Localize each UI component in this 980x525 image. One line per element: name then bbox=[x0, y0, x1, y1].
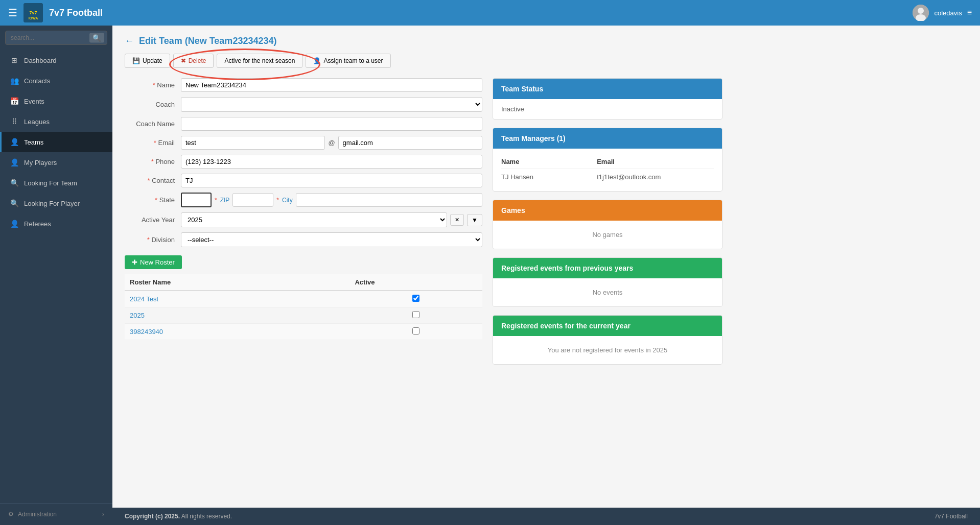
my-players-icon: 👤 bbox=[10, 158, 19, 166]
sidebar-item-label: Leagues bbox=[24, 118, 50, 126]
main-layout: 🔍 ⊞ Dashboard 👥 Contacts 📅 Events ⠿ Leag… bbox=[0, 26, 980, 525]
active-year-group: 2025 ✕ ▼ bbox=[181, 212, 482, 227]
sidebar-item-contacts[interactable]: 👥 Contacts bbox=[0, 70, 112, 91]
administration-label: Administration bbox=[18, 511, 57, 518]
roster-active-checkbox[interactable] bbox=[412, 295, 419, 302]
no-current-events-text: You are not registered for events in 202… bbox=[501, 342, 714, 358]
active-year-row: Active Year 2025 ✕ ▼ bbox=[125, 212, 482, 227]
email-domain-input[interactable] bbox=[338, 136, 482, 150]
coach-name-label: Coach Name bbox=[125, 120, 181, 128]
teams-icon: 👤 bbox=[10, 138, 19, 146]
roster-active-checkbox[interactable] bbox=[412, 311, 419, 318]
sidebar-item-looking-for-player[interactable]: 🔍 Looking For Player bbox=[0, 193, 112, 213]
sidebar-item-dashboard[interactable]: ⊞ Dashboard bbox=[0, 50, 112, 70]
team-status-value: Inactive bbox=[501, 105, 524, 113]
sidebar-item-label: My Players bbox=[24, 159, 57, 166]
new-roster-button[interactable]: ✚ New Roster bbox=[125, 255, 182, 269]
games-header: Games bbox=[493, 200, 722, 221]
svg-text:7v7: 7v7 bbox=[29, 10, 37, 15]
roster-name-link[interactable]: 398243940 bbox=[130, 328, 163, 336]
sidebar-item-referees[interactable]: 👤 Referees bbox=[0, 213, 112, 234]
sidebar-item-my-players[interactable]: 👤 My Players bbox=[0, 152, 112, 173]
name-input[interactable] bbox=[181, 78, 482, 92]
phone-label: * Phone bbox=[125, 158, 181, 165]
name-row: * Name bbox=[125, 78, 482, 92]
sidebar-item-label: Dashboard bbox=[24, 57, 57, 64]
dashboard-icon: ⊞ bbox=[10, 56, 19, 64]
events-icon: 📅 bbox=[10, 97, 19, 105]
delete-icon: ✖ bbox=[181, 57, 186, 64]
email-row: * Email @ bbox=[125, 136, 482, 150]
administration-icon: ⚙ bbox=[8, 511, 14, 518]
state-zip-city-group: * ZIP * City bbox=[181, 193, 482, 207]
contact-input[interactable] bbox=[181, 174, 482, 187]
hamburger-icon[interactable]: ☰ bbox=[8, 7, 17, 19]
assign-button[interactable]: 👤 Assign team to a user bbox=[306, 54, 390, 68]
content-inner: ← Edit Team (New Team23234234) 💾 Update … bbox=[112, 26, 980, 508]
active-label: Active for the next season bbox=[224, 57, 295, 64]
sidebar-item-leagues[interactable]: ⠿ Leagues bbox=[0, 111, 112, 132]
footer-copyright: Copyright (c) 2025. bbox=[125, 513, 180, 520]
page-title: Edit Team (New Team23234234) bbox=[139, 36, 276, 46]
sidebar-item-teams[interactable]: 👤 Teams bbox=[0, 132, 112, 152]
email-input-group: @ bbox=[181, 136, 482, 150]
year-dropdown-button[interactable]: ▼ bbox=[467, 214, 482, 226]
required-star2: * bbox=[154, 139, 156, 147]
chevron-icon: › bbox=[102, 511, 104, 518]
state-input[interactable] bbox=[181, 193, 212, 207]
side-section: Team Status Inactive Team Managers (1) bbox=[493, 78, 722, 373]
sidebar-item-administration[interactable]: ⚙ Administration › bbox=[0, 503, 112, 525]
user-menu-icon[interactable]: ≡ bbox=[967, 8, 972, 17]
email-input[interactable] bbox=[181, 136, 325, 150]
city-text-label: City bbox=[282, 197, 293, 204]
assign-label: Assign team to a user bbox=[323, 57, 383, 64]
email-label: * Email bbox=[125, 139, 181, 147]
team-managers-body: Name Email TJ Hansen t1j1test@outlook.co… bbox=[493, 149, 722, 191]
footer-rights: All rights reserved. bbox=[181, 513, 232, 520]
page-header: ← Edit Team (New Team23234234) bbox=[125, 36, 968, 46]
active-year-label: Active Year bbox=[125, 216, 181, 224]
sidebar-item-label: Teams bbox=[24, 138, 43, 146]
svg-text:IOWA: IOWA bbox=[29, 16, 38, 20]
division-select[interactable]: --select-- bbox=[181, 232, 482, 247]
search-button[interactable]: 🔍 bbox=[89, 33, 104, 43]
roster-section: ✚ New Roster Roster Name Active bbox=[125, 255, 482, 340]
roster-name-col-header: Roster Name bbox=[125, 274, 349, 291]
roster-name-link[interactable]: 2025 bbox=[130, 312, 145, 319]
sidebar-search-area: 🔍 bbox=[0, 26, 112, 50]
year-clear-button[interactable]: ✕ bbox=[450, 214, 464, 226]
phone-input[interactable] bbox=[181, 155, 482, 169]
team-status-panel: Team Status Inactive bbox=[493, 78, 722, 120]
delete-button[interactable]: ✖ Delete bbox=[173, 54, 214, 68]
prev-events-body: No events bbox=[493, 278, 722, 306]
search-row: 🔍 bbox=[5, 31, 107, 45]
phone-row: * Phone bbox=[125, 155, 482, 169]
roster-name-link[interactable]: 2024 Test bbox=[130, 295, 158, 303]
assign-icon: 👤 bbox=[313, 57, 321, 64]
roster-active-checkbox[interactable] bbox=[412, 327, 419, 335]
navbar: ☰ 7v7 IOWA 7v7 Football coledavis ≡ bbox=[0, 0, 980, 26]
manager-email: t1j1test@outlook.com bbox=[597, 169, 714, 185]
zip-input[interactable] bbox=[232, 193, 273, 207]
sidebar-item-looking-for-team[interactable]: 🔍 Looking For Team bbox=[0, 173, 112, 193]
form-section: * Name Coach Coach Name bbox=[125, 78, 482, 373]
current-events-panel: Registered events for the current year Y… bbox=[493, 315, 722, 365]
games-body: No games bbox=[493, 221, 722, 249]
username: coledavis bbox=[934, 9, 962, 17]
coach-name-input[interactable] bbox=[181, 117, 482, 131]
no-prev-events-text: No events bbox=[501, 284, 714, 300]
name-label: * Name bbox=[125, 81, 181, 89]
sidebar-item-events[interactable]: 📅 Events bbox=[0, 91, 112, 111]
table-row: 2024 Test bbox=[125, 291, 482, 307]
games-panel: Games No games bbox=[493, 200, 722, 249]
coach-select[interactable] bbox=[181, 97, 482, 112]
looking-for-player-icon: 🔍 bbox=[10, 199, 19, 207]
active-season-button[interactable]: Active for the next season bbox=[217, 54, 302, 68]
manager-email-col-header: Email bbox=[597, 155, 714, 169]
active-year-select[interactable]: 2025 bbox=[181, 212, 447, 227]
sidebar-item-label: Contacts bbox=[24, 77, 50, 85]
city-input[interactable] bbox=[296, 193, 482, 207]
current-events-body: You are not registered for events in 202… bbox=[493, 336, 722, 364]
update-button[interactable]: 💾 Update bbox=[125, 54, 170, 68]
back-button[interactable]: ← bbox=[125, 36, 134, 46]
